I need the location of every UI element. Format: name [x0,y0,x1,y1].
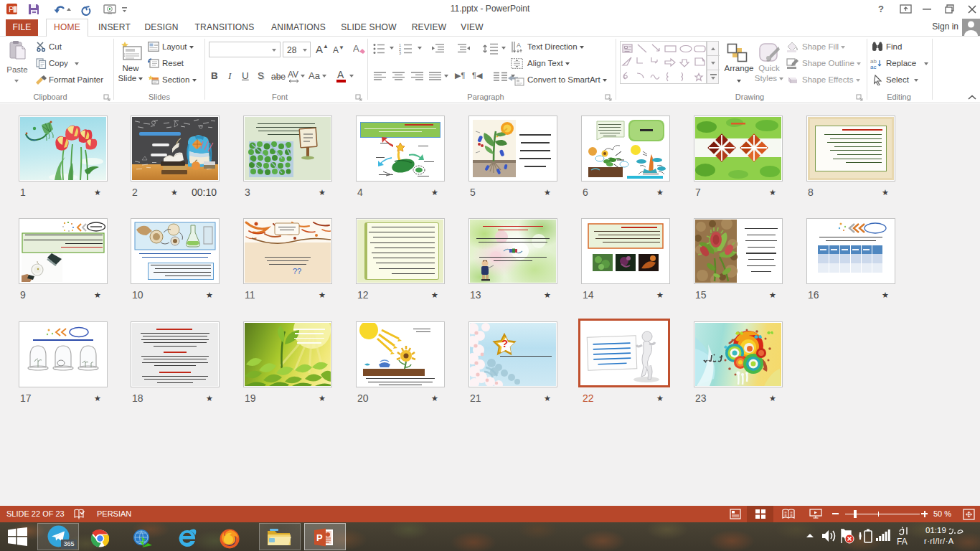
svg-text:A: A [353,43,359,54]
svg-text:P: P [9,5,14,14]
svg-text:ac: ac [870,64,876,70]
svg-text:??: ?? [293,267,301,276]
svg-text:?: ? [878,4,884,14]
svg-text:3: 3 [399,51,401,55]
svg-text:P: P [316,532,323,543]
svg-text:?: ? [501,337,508,349]
svg-text:A: A [517,42,521,49]
